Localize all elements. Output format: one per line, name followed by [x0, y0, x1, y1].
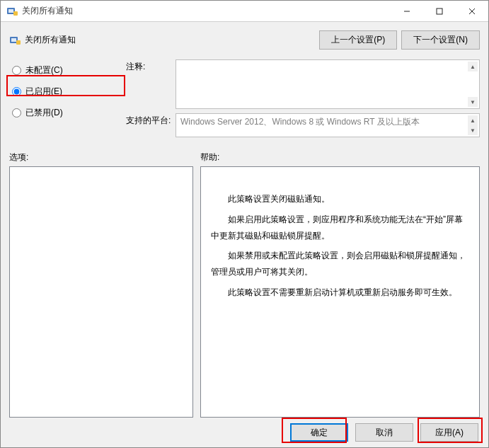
- platform-row: 支持的平台: Windows Server 2012、Windows 8 或 W…: [126, 113, 480, 137]
- window-title: 关闭所有通知: [22, 5, 391, 17]
- help-paragraph: 此策略设置关闭磁贴通知。: [211, 191, 469, 207]
- radio-column: 未配置(C) 已启用(E) 已禁用(D): [9, 59, 126, 142]
- radio-not-configured[interactable]: 未配置(C): [9, 59, 126, 81]
- gpo-dialog-window: 关闭所有通知 关闭所有通知 上一个设置(P) 下一个: [0, 0, 489, 448]
- radio-disabled-input[interactable]: [12, 108, 21, 117]
- minimize-button[interactable]: [391, 1, 423, 22]
- app-icon: [6, 6, 18, 17]
- options-box: [9, 166, 193, 418]
- maximize-button[interactable]: [423, 1, 456, 22]
- comment-label: 注释:: [126, 59, 176, 73]
- radio-enabled-label: 已启用(E): [25, 86, 62, 98]
- previous-setting-button[interactable]: 上一个设置(P): [319, 30, 397, 50]
- platform-textbox: Windows Server 2012、Windows 8 或 Windows …: [176, 113, 480, 137]
- help-paragraph: 如果禁用或未配置此策略设置，则会启用磁贴和锁屏提醒通知，管理员或用户可将其关闭。: [211, 248, 469, 280]
- dialog-footer: 确定 取消 应用(A): [9, 418, 480, 442]
- help-box: 此策略设置关闭磁贴通知。 如果启用此策略设置，则应用程序和系统功能无法在“开始”…: [200, 166, 480, 418]
- scroll-down-icon[interactable]: ▼: [468, 97, 478, 107]
- info-column: 注释: ▲ ▼ 支持的平台: Windows Server 2012、Windo…: [126, 59, 480, 142]
- next-setting-button[interactable]: 下一个设置(N): [401, 30, 480, 50]
- radio-not-configured-input[interactable]: [12, 66, 21, 75]
- config-area: 未配置(C) 已启用(E) 已禁用(D) 注释: ▲: [9, 59, 480, 142]
- panels-area: 选项: 帮助: 此策略设置关闭磁贴通知。 如果启用此策略设置，则应用程序和系统功…: [9, 151, 480, 418]
- platform-scrollbar[interactable]: ▲ ▼: [468, 115, 478, 135]
- radio-enabled-input[interactable]: [12, 87, 21, 96]
- help-label: 帮助:: [200, 151, 480, 163]
- svg-rect-2: [13, 11, 18, 16]
- dialog-content: 关闭所有通知 上一个设置(P) 下一个设置(N) 未配置(C) 已启用(E) 已…: [1, 22, 488, 447]
- radio-enabled[interactable]: 已启用(E): [9, 81, 126, 102]
- comment-row: 注释: ▲ ▼: [126, 59, 480, 109]
- window-controls: [391, 1, 488, 22]
- scroll-up-icon[interactable]: ▲: [468, 115, 478, 125]
- radio-not-configured-label: 未配置(C): [25, 64, 63, 76]
- cancel-button[interactable]: 取消: [355, 423, 413, 442]
- options-column: 选项:: [9, 151, 193, 418]
- svg-rect-9: [16, 40, 21, 45]
- scroll-down-icon[interactable]: ▼: [468, 125, 478, 135]
- radio-disabled[interactable]: 已禁用(D): [9, 102, 126, 123]
- help-paragraph: 此策略设置不需要重新启动计算机或重新启动服务即可生效。: [211, 285, 469, 301]
- policy-title: 关闭所有通知: [25, 34, 315, 46]
- comment-textbox[interactable]: ▲ ▼: [176, 59, 480, 109]
- titlebar: 关闭所有通知: [1, 1, 488, 22]
- radio-disabled-label: 已禁用(D): [25, 107, 63, 119]
- close-button[interactable]: [456, 1, 488, 22]
- platform-label: 支持的平台:: [126, 113, 176, 127]
- help-column: 帮助: 此策略设置关闭磁贴通知。 如果启用此策略设置，则应用程序和系统功能无法在…: [200, 151, 480, 418]
- apply-button[interactable]: 应用(A): [420, 423, 478, 442]
- ok-button[interactable]: 确定: [290, 423, 348, 442]
- svg-rect-4: [437, 8, 442, 14]
- svg-rect-1: [8, 9, 13, 13]
- policy-icon: [9, 35, 21, 46]
- comment-scrollbar[interactable]: ▲ ▼: [468, 62, 478, 107]
- options-label: 选项:: [9, 151, 193, 163]
- svg-rect-8: [11, 38, 16, 42]
- header-row: 关闭所有通知 上一个设置(P) 下一个设置(N): [9, 30, 480, 50]
- help-paragraph: 如果启用此策略设置，则应用程序和系统功能无法在“开始”屏幕中更新其磁贴和磁贴锁屏…: [211, 212, 469, 244]
- scroll-up-icon[interactable]: ▲: [468, 62, 478, 71]
- platform-value: Windows Server 2012、Windows 8 或 Windows …: [180, 117, 420, 127]
